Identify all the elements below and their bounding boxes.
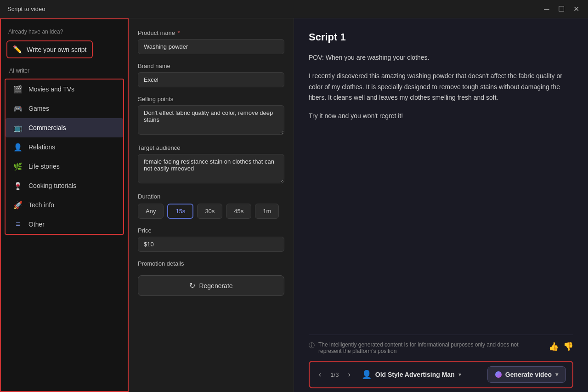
script-title: Script 1 — [309, 31, 573, 43]
price-input[interactable] — [138, 237, 284, 252]
sidebar-item-movies-label: Movies and TVs — [28, 85, 74, 93]
product-name-input[interactable] — [138, 39, 284, 54]
script-para-1: POV: When you are washing your clothes. — [309, 52, 573, 63]
already-have-idea-label: Already have an idea? — [1, 25, 128, 37]
games-icon: 🎮 — [13, 103, 23, 114]
script-footer: ⓘ The intelligently generated content is… — [309, 335, 573, 392]
target-audience-label: Target audience — [138, 144, 284, 151]
app-title: Script to video — [7, 6, 542, 12]
sidebar-item-cooking[interactable]: 🍷 Cooking tutorials — [6, 176, 123, 195]
nav-page-indicator: 1/3 — [330, 371, 339, 378]
window-controls: ─ ☐ ✕ — [542, 5, 581, 13]
maximize-button[interactable]: ☐ — [557, 5, 566, 13]
brand-name-input[interactable] — [138, 72, 284, 87]
script-para-3: Try it now and you won't regret it! — [309, 111, 573, 122]
other-icon: ≡ — [13, 219, 23, 229]
generate-label: Generate video — [505, 371, 552, 378]
sidebar-item-other[interactable]: ≡ Other — [6, 215, 123, 234]
pencil-icon: ✏️ — [13, 45, 22, 54]
sidebar-item-life[interactable]: 🌿 Life stories — [6, 157, 123, 176]
selling-points-group: Selling points — [138, 96, 284, 136]
script-nav-bar: ‹ 1/3 › 👤 Old Style Advertising Man ▾ Ge… — [309, 361, 573, 388]
thumbs-down-button[interactable]: 👎 — [563, 341, 573, 352]
script-content: POV: When you are washing your clothes. … — [309, 52, 573, 329]
feedback-buttons: 👍 👎 — [548, 341, 573, 352]
sidebar: Already have an idea? ✏️ Write your own … — [0, 18, 129, 392]
brand-name-label: Brand name — [138, 62, 284, 69]
avatar-name: Old Style Advertising Man — [375, 371, 455, 378]
sidebar-item-games-label: Games — [28, 105, 49, 112]
script-info-row: ⓘ The intelligently generated content is… — [309, 341, 573, 354]
promotion-group: Promotion details — [138, 260, 284, 267]
sidebar-item-commercials-label: Commercials — [28, 124, 66, 131]
ai-writer-section: 🎬 Movies and TVs 🎮 Games 📺 Commercials 👤… — [5, 79, 124, 235]
script-text: POV: When you are washing your clothes. … — [309, 52, 573, 122]
tech-icon: 🚀 — [13, 200, 23, 210]
script-info-content: The intelligently generated content is f… — [318, 341, 541, 354]
write-btn-label: Write your own script — [27, 46, 86, 53]
sidebar-item-tech-label: Tech info — [28, 201, 54, 209]
generate-dot-icon — [495, 371, 502, 378]
promotion-label: Promotion details — [138, 260, 284, 267]
thumbs-up-button[interactable]: 👍 — [548, 341, 559, 352]
duration-any-button[interactable]: Any — [138, 204, 164, 219]
product-name-group: Product name * — [138, 29, 284, 54]
nav-current: 1 — [330, 371, 334, 378]
script-panel: Script 1 POV: When you are washing your … — [294, 18, 588, 392]
duration-1m-button[interactable]: 1m — [255, 204, 279, 219]
minimize-button[interactable]: ─ — [542, 5, 551, 13]
form-panel: Product name * Brand name Selling points… — [129, 18, 294, 392]
sidebar-item-relations-label: Relations — [28, 143, 55, 151]
relations-icon: 👤 — [13, 142, 23, 152]
selling-points-label: Selling points — [138, 96, 284, 102]
duration-label: Duration — [138, 193, 284, 200]
duration-buttons: Any 15s 30s 45s 1m — [138, 204, 284, 219]
duration-45s-button[interactable]: 45s — [226, 204, 251, 219]
sidebar-item-movies[interactable]: 🎬 Movies and TVs — [6, 80, 123, 99]
target-audience-group: Target audience — [138, 144, 284, 185]
script-info-text: ⓘ The intelligently generated content is… — [309, 341, 541, 354]
generate-video-button[interactable]: Generate video ▾ — [487, 366, 566, 383]
movies-icon: 🎬 — [13, 84, 23, 94]
generate-chevron-icon: ▾ — [555, 371, 558, 378]
target-audience-input[interactable] — [138, 154, 284, 183]
sidebar-item-games[interactable]: 🎮 Games — [6, 99, 123, 118]
commercials-icon: 📺 — [13, 123, 23, 133]
info-icon: ⓘ — [309, 341, 315, 354]
regenerate-button[interactable]: ↻ Regenerate — [138, 275, 284, 296]
title-bar: Script to video ─ ☐ ✕ — [0, 0, 588, 18]
script-para-2: I recently discovered this amazing washi… — [309, 71, 573, 103]
app-body: Already have an idea? ✏️ Write your own … — [0, 18, 588, 392]
brand-name-group: Brand name — [138, 62, 284, 87]
duration-group: Duration Any 15s 30s 45s 1m — [138, 193, 284, 219]
regenerate-icon: ↻ — [189, 281, 195, 290]
chevron-down-icon: ▾ — [458, 371, 461, 378]
life-icon: 🌿 — [13, 161, 23, 171]
sidebar-item-tech[interactable]: 🚀 Tech info — [6, 195, 123, 215]
price-group: Price — [138, 227, 284, 252]
sidebar-item-relations[interactable]: 👤 Relations — [6, 137, 123, 157]
avatar-selector[interactable]: 👤 Old Style Advertising Man ▾ — [362, 369, 483, 380]
sidebar-item-other-label: Other — [28, 221, 45, 228]
prev-script-button[interactable]: ‹ — [316, 369, 324, 380]
ai-writer-label: AI writer — [1, 62, 128, 77]
sidebar-item-commercials[interactable]: 📺 Commercials — [6, 118, 123, 137]
next-script-button[interactable]: › — [345, 369, 353, 380]
selling-points-input[interactable] — [138, 105, 284, 135]
write-own-script-button[interactable]: ✏️ Write your own script — [6, 40, 93, 58]
close-button[interactable]: ✕ — [571, 5, 581, 13]
nav-total: 3 — [335, 371, 339, 378]
price-label: Price — [138, 227, 284, 234]
cooking-icon: 🍷 — [13, 181, 23, 191]
product-name-label: Product name * — [138, 29, 284, 36]
required-star: * — [178, 29, 180, 36]
sidebar-item-cooking-label: Cooking tutorials — [28, 182, 76, 189]
regenerate-label: Regenerate — [199, 282, 232, 290]
duration-30s-button[interactable]: 30s — [197, 204, 222, 219]
duration-15s-button[interactable]: 15s — [167, 204, 193, 219]
sidebar-item-life-label: Life stories — [28, 163, 60, 170]
avatar-icon: 👤 — [362, 369, 372, 380]
